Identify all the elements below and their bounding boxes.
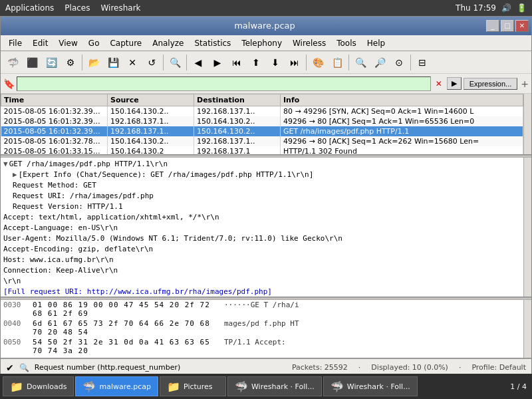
toolbar-autoscroll[interactable]: 📋: [328, 53, 346, 72]
detail-row[interactable]: User-Agent: Mozilla/5.0 (Windows NT 6.1;…: [3, 233, 529, 244]
toolbar-sep-6: [410, 55, 411, 70]
table-row[interactable]: 2015-08-05 16:01:32.391692192.168.137.1.…: [1, 126, 523, 136]
toolbar-find[interactable]: 🔍: [166, 53, 184, 72]
table-row[interactable]: 2015-08-05 16:01:33.156042150.164.130.21…: [1, 146, 523, 155]
maximize-button[interactable]: □: [501, 20, 514, 32]
close-button[interactable]: ✕: [515, 20, 529, 32]
pictures-icon: 📁: [167, 380, 180, 393]
menu-tools[interactable]: Tools: [331, 37, 362, 50]
toolbar-restart-capture[interactable]: 🔄: [42, 53, 61, 72]
table-cell-source: 150.164.130.2..: [108, 106, 194, 117]
volume-icon[interactable]: 🔊: [501, 3, 511, 13]
table-cell-info: 49296 → 80 [ACK] Seq=1 Ack=262 Win=15680…: [281, 136, 523, 146]
taskbar-wireshark-2[interactable]: 🦈 Wireshark · Foll...: [323, 376, 418, 396]
taskbar-malware-pcap[interactable]: 🦈 malware.pcap: [75, 376, 158, 396]
col-destination[interactable]: Destination: [194, 94, 281, 106]
detail-toggle-icon[interactable]: ▼: [3, 159, 8, 170]
detail-toggle-icon[interactable]: ▶: [13, 170, 17, 180]
detail-row[interactable]: Request URI: /rha/images/pdf.php: [3, 191, 529, 201]
toolbar-stop-capture[interactable]: ⬛: [23, 53, 41, 72]
filter-input[interactable]: tcp contains images: [17, 76, 431, 91]
detail-row[interactable]: ▼GET /rha/images/pdf.php HTTP/1.1\r\n: [3, 159, 529, 170]
detail-row[interactable]: ▶[Expert Info (Chat/Sequence): GET /rha/…: [3, 170, 529, 180]
minimize-button[interactable]: _: [486, 20, 499, 32]
menu-wireless[interactable]: Wireless: [287, 37, 331, 50]
toolbar-save[interactable]: 💾: [104, 53, 122, 72]
hex-ascii: text/htm l, appli: [224, 356, 299, 358]
toolbar-go-fwd[interactable]: ▶: [208, 53, 227, 72]
toolbar-zoom-out[interactable]: 🔎: [370, 53, 389, 72]
col-info[interactable]: Info: [281, 94, 523, 106]
menu-capture[interactable]: Capture: [104, 37, 147, 50]
taskbar-wireshark-1[interactable]: 🦈 Wireshark · Foll...: [227, 376, 322, 396]
table-cell-dest: 150.164.130.2..: [194, 126, 281, 136]
hex-bytes: 6d 61 67 65 73 2f 70 64 66 2e 70 68 70 2…: [33, 319, 219, 336]
hex-addr: 0030: [3, 301, 27, 318]
table-cell-time: 2015-08-05 16:01:33.156042: [1, 146, 108, 155]
wireshark-menu[interactable]: Wireshark: [100, 3, 140, 13]
col-time[interactable]: Time: [1, 94, 108, 106]
detail-row[interactable]: \r\n: [3, 276, 529, 287]
table-cell-info: GET /rha/images/pdf.php HTTP/1.1: [281, 126, 523, 136]
detail-row[interactable]: Connection: Keep-Alive\r\n: [3, 265, 529, 276]
filter-apply-button[interactable]: ▶: [447, 77, 462, 90]
menu-telephony[interactable]: Telephony: [236, 37, 287, 50]
table-cell-dest: 150.164.130.2..: [194, 116, 281, 126]
detail-row[interactable]: Request Version: HTTP/1.1: [3, 201, 529, 212]
menu-edit[interactable]: Edit: [27, 37, 53, 50]
menu-file[interactable]: File: [3, 37, 27, 50]
toolbar-zoom-in[interactable]: 🔍: [351, 53, 370, 72]
taskbar: 📁 Downloads 🦈 malware.pcap 📁 Pictures 🦈 …: [0, 374, 532, 399]
hex-row: 00406d 61 67 65 73 2f 70 64 66 2e 70 68 …: [1, 319, 531, 337]
battery-icon: 🔋: [517, 3, 527, 13]
toolbar-open[interactable]: 📂: [84, 53, 103, 72]
toolbar-go-first[interactable]: ⏮: [227, 53, 246, 72]
toolbar-start-capture[interactable]: 🦈: [3, 53, 22, 72]
expression-button[interactable]: Expression...: [464, 78, 518, 90]
table-cell-info: HTTP/1.1 302 Found: [281, 146, 523, 155]
toolbar-sep-3: [186, 55, 187, 70]
toolbar-go-next[interactable]: ⬇: [266, 53, 285, 72]
places-menu[interactable]: Places: [65, 3, 90, 13]
applications-menu[interactable]: Applications: [5, 3, 54, 13]
taskbar-pictures[interactable]: 📁 Pictures: [160, 376, 226, 396]
packet-list-scrollbar[interactable]: [523, 94, 531, 154]
detail-row[interactable]: Accept-Encoding: gzip, deflate\r\n: [3, 244, 529, 255]
table-row[interactable]: 2015-08-05 16:01:32.780962150.164.130.2.…: [1, 136, 523, 146]
detail-row[interactable]: Accept-Language: en-US\r\n: [3, 223, 529, 233]
filter-clear-button[interactable]: ✕: [433, 79, 445, 88]
filter-add-button[interactable]: +: [521, 78, 529, 89]
toolbar-zoom-reset[interactable]: ⊙: [390, 53, 408, 72]
detail-row[interactable]: Host: www.ica.ufmg.br\r\n: [3, 255, 529, 265]
toolbar-go-prev[interactable]: ⬆: [247, 53, 265, 72]
toolbar-go-last[interactable]: ⏭: [285, 53, 304, 72]
table-cell-time: 2015-08-05 16:01:32.391229: [1, 106, 108, 117]
toolbar-colorize[interactable]: 🎨: [309, 53, 327, 72]
detail-line-text: \r\n: [3, 276, 21, 287]
system-bar-right: Thu 17:59 🔊 🔋: [456, 3, 527, 13]
detail-scrollbar[interactable]: [523, 158, 531, 297]
toolbar-resize-cols[interactable]: ⊟: [413, 53, 432, 72]
menu-go[interactable]: Go: [83, 37, 105, 50]
detail-row[interactable]: Accept: text/html, application/xhtml+xml…: [3, 212, 529, 223]
detail-row[interactable]: [Full request URI: http://www.ica.ufmg.b…: [3, 287, 529, 297]
hex-scrollbar[interactable]: [523, 300, 531, 358]
table-cell-source: 150.164.130.2..: [108, 136, 194, 146]
detail-row[interactable]: Request Method: GET: [3, 180, 529, 191]
status-ready-icon[interactable]: ✔: [6, 362, 14, 373]
toolbar-close[interactable]: ✕: [123, 53, 142, 72]
toolbar-reload[interactable]: ↺: [142, 53, 161, 72]
menu-analyze[interactable]: Analyze: [147, 37, 189, 50]
menu-help[interactable]: Help: [362, 37, 390, 50]
table-row[interactable]: 2015-08-05 16:01:32.391229150.164.130.2.…: [1, 106, 523, 117]
menu-view[interactable]: View: [53, 37, 82, 50]
clock: Thu 17:59: [456, 3, 496, 13]
col-source[interactable]: Source: [108, 94, 194, 106]
zoom-icon: 🔍: [19, 363, 29, 372]
toolbar-go-back[interactable]: ◀: [189, 53, 207, 72]
toolbar-options[interactable]: ⚙: [61, 53, 80, 72]
menu-statistics[interactable]: Statistics: [189, 37, 236, 50]
detail-pane: ▼GET /rha/images/pdf.php HTTP/1.1\r\n▶[E…: [1, 158, 531, 297]
taskbar-downloads[interactable]: 📁 Downloads: [3, 376, 74, 396]
table-row[interactable]: 2015-08-05 16:01:32.391439192.168.137.1.…: [1, 116, 523, 126]
